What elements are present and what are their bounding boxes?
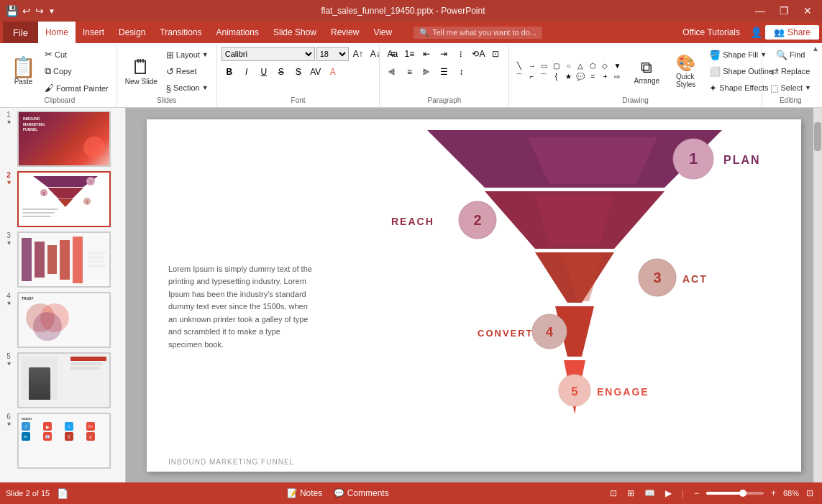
menu-item-design[interactable]: Design [111, 22, 152, 43]
increase-font-button[interactable]: A↑ [350, 46, 366, 62]
slide-sorter-button[interactable]: ⊞ [624, 487, 637, 500]
strikethrough-button[interactable]: S [273, 64, 289, 80]
redo-icon[interactable]: ↪ [35, 5, 44, 17]
ribbon-collapse-button[interactable]: ▲ [812, 45, 819, 52]
align-center-button[interactable]: ≡ [401, 64, 417, 80]
shape-triangle[interactable]: △ [575, 61, 586, 71]
slide-thumb-5[interactable]: 5 ★ [3, 352, 122, 408]
shape-star[interactable]: ★ [562, 72, 574, 82]
restore-button[interactable]: ❐ [775, 4, 793, 18]
minimize-button[interactable]: — [751, 4, 770, 18]
columns-button[interactable]: ⫶ [453, 46, 469, 62]
copy-button[interactable]: ⧉ Copy [41, 63, 112, 79]
zoom-slider[interactable] [706, 492, 764, 495]
font-family-select[interactable]: Calibri [222, 47, 315, 61]
slide-thumbnail-3[interactable] [17, 232, 111, 288]
menu-item-review[interactable]: Review [324, 22, 366, 43]
paste-button[interactable]: 📋 Paste [7, 55, 40, 88]
slide-thumbnail-4[interactable]: TRUST [17, 292, 111, 348]
font-size-select[interactable]: 18 [316, 47, 349, 61]
slide-thumbnail-2[interactable]: 1 2 3 [17, 171, 111, 227]
shape-arrow[interactable]: → [526, 61, 537, 71]
shape-pentagon[interactable]: ⬠ [587, 61, 598, 71]
underline-button[interactable]: U [256, 64, 272, 80]
align-right-button[interactable]: ⫸ [419, 64, 434, 80]
zoom-out-button[interactable]: − [691, 487, 702, 500]
titlebar-left: 💾 ↩ ↪ ▼ [6, 5, 55, 17]
slide-view[interactable]: 1 2 3 4 5 PLAN REACH ACT [126, 108, 822, 482]
shape-line[interactable]: ╲ [513, 61, 525, 71]
notes-button[interactable]: 📝 Notes [284, 487, 326, 500]
undo-icon[interactable]: ↩ [22, 5, 31, 17]
shape-bend[interactable]: ⌐ [526, 72, 537, 82]
find-button[interactable]: 🔍 Find [772, 47, 808, 63]
normal-view-button[interactable]: ⊡ [607, 487, 620, 500]
shape-rounded-rect[interactable]: ▢ [550, 61, 562, 71]
align-left-button[interactable]: ⫷ [384, 64, 400, 80]
close-button[interactable]: ✕ [799, 4, 816, 18]
fit-slide-button[interactable]: ⊡ [803, 487, 816, 500]
save-icon[interactable]: 💾 [6, 5, 18, 17]
shape-rect[interactable]: ▭ [538, 61, 549, 71]
format-painter-button[interactable]: 🖌 Format Painter [41, 81, 112, 96]
reading-view-button[interactable]: 📖 [641, 487, 658, 500]
menu-item-home[interactable]: Home [38, 22, 76, 43]
line-spacing-button[interactable]: ↕ [453, 64, 469, 80]
quick-styles-button[interactable]: 🎨 Quick Styles [670, 52, 701, 90]
layout-button[interactable]: ⊞ Layout ▼ [163, 47, 212, 63]
char-spacing-button[interactable]: AV [308, 64, 324, 80]
bold-button[interactable]: B [222, 64, 237, 80]
slide-thumbnail-1[interactable]: INBOUNDMARKETINGFUNNEL [17, 111, 111, 167]
menu-item-file[interactable]: File [3, 22, 38, 43]
increase-indent-button[interactable]: ⇥ [436, 46, 452, 62]
slide-scrollbar[interactable] [813, 108, 822, 482]
customize-icon[interactable]: ▼ [48, 7, 55, 15]
shadow-button[interactable]: S [291, 64, 306, 80]
reset-button[interactable]: ↺ Reset [163, 64, 212, 79]
comments-button[interactable]: 💬 Comments [331, 487, 391, 500]
slide-thumb-1[interactable]: 1 ★ INBOUNDMARKETINGFUNNEL [3, 111, 122, 167]
editing-group-label: Editing [767, 96, 816, 106]
select-button[interactable]: ⬚ Select ▼ [767, 81, 816, 96]
menu-item-slideshow[interactable]: Slide Show [266, 22, 324, 43]
cut-button[interactable]: ✂ Cut [41, 47, 112, 62]
scrollbar-thumb[interactable] [814, 122, 821, 151]
numbering-button[interactable]: 1≡ [401, 46, 417, 62]
search-tell-me[interactable]: Tell me what you want to do... [432, 28, 536, 37]
menu-item-transitions[interactable]: Transitions [152, 22, 209, 43]
zoom-in-button[interactable]: + [768, 487, 779, 500]
menu-item-animations[interactable]: Animations [209, 22, 266, 43]
replace-button[interactable]: ⇄ Replace [767, 64, 813, 79]
new-slide-button[interactable]: 🗒 New Slide [122, 55, 161, 88]
slide-thumb-4[interactable]: 4 ★ TRUST [3, 292, 122, 348]
convert-to-smartart-button[interactable]: ⊡ [488, 46, 503, 62]
shape-connector[interactable]: ⌒ [538, 72, 549, 82]
slide-thumbnail-6[interactable]: REACH f ▶ t G+ in 📧 Q g [17, 413, 111, 469]
shape-callout[interactable]: 💬 [575, 72, 586, 82]
text-direction-button[interactable]: ⟲A [470, 46, 486, 62]
italic-button[interactable]: I [239, 64, 255, 80]
section-button[interactable]: § Section ▼ [163, 81, 212, 96]
shape-bracket[interactable]: { [550, 72, 562, 82]
share-button[interactable]: 👥 Share [765, 25, 819, 40]
slide-thumb-2[interactable]: 2 ★ 1 2 3 [3, 171, 122, 227]
shape-curve[interactable]: ⌒ [513, 72, 525, 82]
decrease-indent-button[interactable]: ⇤ [419, 46, 434, 62]
shape-block-arrow[interactable]: ⇨ [611, 72, 623, 82]
justify-button[interactable]: ☰ [436, 64, 452, 80]
menu-item-insert[interactable]: Insert [76, 22, 111, 43]
slideshow-button[interactable]: ▶ [662, 487, 675, 500]
office-tutorials-link[interactable]: Office Tutorials [682, 27, 740, 37]
shape-more[interactable]: ▼ [611, 61, 623, 71]
shape-eq[interactable]: = [587, 72, 598, 82]
shape-diamond[interactable]: ◇ [599, 61, 611, 71]
font-color-button[interactable]: A [325, 64, 341, 80]
bullets-button[interactable]: ≡ [384, 46, 400, 62]
shape-circle[interactable]: ○ [562, 61, 574, 71]
slide-thumbnail-5[interactable] [17, 352, 111, 408]
arrange-button[interactable]: ⧉ Arrange [627, 56, 666, 87]
menu-item-view[interactable]: View [366, 22, 399, 43]
slide-thumb-3[interactable]: 3 ★ [3, 232, 122, 288]
shape-plus[interactable]: + [599, 72, 611, 82]
slide-thumb-6[interactable]: 6 ★ REACH f ▶ t G+ in 📧 Q g [3, 413, 122, 469]
